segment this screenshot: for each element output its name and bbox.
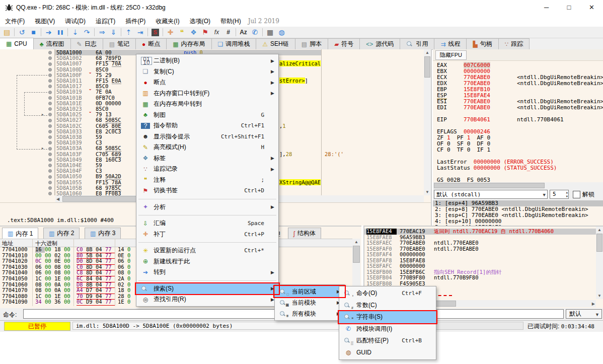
menu-item-set-new-origin[interactable]: ✳设置新的运行点Ctrl+*: [136, 245, 278, 256]
stack-row[interactable]: 15E8FB04770B9F80ntdll.770B9F80: [364, 275, 603, 281]
step-over-button[interactable]: ↷: [81, 27, 93, 38]
register-line[interactable]: CF 0 TF 0 IF 1: [437, 147, 601, 153]
scroll-right-icon[interactable]: ▶: [592, 302, 595, 306]
stack-row[interactable]: 15E8FAE4770EAC19返回到 ntdll.770EAC19 自 ntd…: [364, 229, 603, 235]
scylla-button[interactable]: S: [149, 27, 161, 38]
minimize-button[interactable]: ─: [535, 0, 558, 15]
stack-row[interactable]: 15E8FAFC00000000: [364, 263, 603, 269]
breakpoint-dot-icon[interactable]: [48, 158, 52, 162]
disasm-vscrollbar[interactable]: ▲ ▼: [424, 49, 431, 195]
scroll-down-icon[interactable]: ▼: [424, 190, 431, 194]
function-fx-button[interactable]: fx: [211, 27, 222, 38]
menu-item-trace-record[interactable]: ∵追踪记录▶: [136, 164, 278, 175]
tab-graph[interactable]: ♣流程图: [33, 38, 71, 49]
breakpoint-dot-icon[interactable]: [48, 62, 52, 66]
tab-dump-1[interactable]: ▥内存 1: [2, 228, 38, 239]
breakpoint-dot-icon[interactable]: [48, 107, 52, 111]
tab-breakpoints[interactable]: ●断点: [135, 38, 167, 49]
pause-button[interactable]: ❚❚: [54, 27, 66, 38]
menubar-item[interactable]: 文件(F): [0, 15, 30, 27]
calculator-button[interactable]: ▦: [264, 27, 276, 38]
globe-button[interactable]: ◍: [276, 27, 287, 38]
menu-item-analysis[interactable]: ✦分析▶: [136, 202, 278, 213]
menu-item-label[interactable]: ❖标签▶: [136, 153, 278, 164]
menu-item-highlighting-mode[interactable]: ✎高亮模式(H)H: [136, 142, 278, 153]
command-combobox[interactable]: 默认▼: [566, 309, 602, 319]
submenu-item-intermodular-calls[interactable]: ✆跨模块调用(I): [339, 323, 436, 335]
restart-button[interactable]: ↺: [16, 27, 28, 38]
breakpoint-dot-icon[interactable]: [48, 102, 52, 105]
menu-item-graph[interactable]: ♣制图G: [136, 110, 278, 121]
register-line[interactable]: LastStatus 00000000 (STATUS_SUCCESS): [437, 165, 601, 171]
bookmarks-button[interactable]: ⚑: [199, 27, 211, 38]
patch-button[interactable]: ✚: [165, 27, 176, 38]
breakpoint-dot-icon[interactable]: [48, 164, 52, 167]
submenu-item-guid[interactable]: ◍GUID: [339, 347, 436, 359]
breakpoint-dot-icon[interactable]: [48, 79, 52, 83]
menu-item-goto[interactable]: ➔转到▶: [136, 267, 278, 278]
scroll-thumb[interactable]: [424, 56, 430, 78]
scroll-down-icon[interactable]: ▼: [596, 294, 603, 298]
scroll-up-icon[interactable]: ▲: [596, 228, 603, 232]
tab-log[interactable]: ✎日志: [70, 38, 103, 49]
menu-item-follow-in-dump[interactable]: ▥在内存窗口中转到(F)▶: [136, 88, 278, 99]
breakpoint-dot-icon[interactable]: [48, 135, 52, 139]
breakpoint-dot-icon[interactable]: [48, 96, 52, 100]
unlock-checkbox[interactable]: [573, 191, 580, 198]
tab-dump-2[interactable]: ▥内存 2: [43, 228, 80, 239]
close-button[interactable]: ✕: [580, 0, 603, 15]
tab-source[interactable]: <>源代码: [359, 38, 400, 49]
menubar-item[interactable]: 追踪(T): [91, 15, 120, 27]
tab-cpu[interactable]: ▦CPU: [0, 38, 34, 49]
submenu-item-pattern[interactable]: ▒匹配特征(P)Ctrl+B: [339, 335, 436, 347]
menubar-item[interactable]: 收藏夹(I): [150, 15, 184, 27]
breakpoint-dot-icon[interactable]: [48, 153, 52, 156]
menu-item-search[interactable]: 搜索(S)▶: [136, 283, 278, 295]
menubar-item[interactable]: 插件(P): [120, 15, 150, 27]
open-file-button[interactable]: ▤: [1, 27, 13, 38]
scroll-thumb[interactable]: [353, 246, 360, 263]
tab-handles[interactable]: ▙句柄: [466, 38, 498, 49]
breakpoint-dot-icon[interactable]: [48, 74, 52, 77]
menu-item-follow-in-memory-map[interactable]: ▦在内存布局中转到: [136, 99, 278, 110]
execute-till-return-button[interactable]: ⇒: [96, 27, 108, 38]
submenu-item-current-region[interactable]: □当前区域▶: [275, 286, 344, 297]
submenu-item-current-module[interactable]: ▣当前模块▶: [275, 297, 344, 308]
menu-item-instruction-help[interactable]: ?指令帮助Ctrl+F1: [136, 120, 278, 131]
breakpoint-dot-icon[interactable]: [48, 51, 52, 54]
maximize-button[interactable]: □: [558, 0, 580, 15]
breakpoint-dot-icon[interactable]: [48, 141, 52, 144]
menubar-item[interactable]: 视图(V): [30, 15, 60, 27]
submenu-item-constant[interactable]: #常数(C): [339, 300, 436, 312]
attach-button[interactable]: ⇥: [134, 27, 146, 38]
stack-row[interactable]: 15E8FAEC770EABE0ntdll.770EABE0: [364, 240, 603, 246]
register-line[interactable]: EIP 770B4061 ntdll.770B4061: [437, 117, 601, 123]
menu-item-copy[interactable]: ❏复制(C)▶: [136, 66, 278, 78]
tab-threads[interactable]: ⇉线程: [434, 38, 467, 49]
menu-item-patch[interactable]: ✚补丁Ctrl+P: [136, 229, 278, 240]
menubar-item[interactable]: 选项(O): [185, 15, 215, 27]
breakpoint-dot-icon[interactable]: [48, 113, 52, 116]
breakpoint-dot-icon[interactable]: [48, 181, 52, 184]
breakpoint-dot-icon[interactable]: [48, 91, 52, 94]
registers-hscrollbar[interactable]: [433, 182, 603, 189]
scroll-left-icon[interactable]: ◀: [56, 197, 59, 201]
breakpoint-dot-icon[interactable]: [48, 119, 52, 122]
submenu-item-all-modules[interactable]: ✳所有模块▶: [275, 308, 344, 319]
scroll-up-icon[interactable]: ▲: [424, 50, 431, 55]
menu-item-toggle-bookmark[interactable]: ⚑切换书签Ctrl+D: [136, 185, 278, 196]
register-line[interactable]: EDI 770EABE0 <ntdll.DbgUiRemoteBreakin>: [437, 105, 601, 111]
tab-struct[interactable]: ʃ 结构体: [288, 228, 321, 239]
submenu-item-command[interactable]: ›命令(O)Ctrl+F: [339, 287, 436, 300]
menubar-item[interactable]: 帮助(H): [215, 15, 246, 27]
stop-button[interactable]: ■: [28, 27, 39, 38]
tab-references[interactable]: 引用: [400, 38, 434, 49]
scroll-up-icon[interactable]: ▲: [352, 240, 360, 244]
stack-row[interactable]: 15E8FAF400000000: [364, 252, 603, 258]
breakpoint-dot-icon[interactable]: [48, 192, 52, 195]
phone-modules-button[interactable]: ✆: [249, 27, 261, 38]
breakpoint-dot-icon[interactable]: [48, 130, 52, 133]
breakpoint-dot-icon[interactable]: [48, 147, 52, 151]
hide-fpu-button[interactable]: 隐藏FPU: [435, 50, 467, 60]
menu-item-breakpoint[interactable]: ●断点▶: [136, 77, 278, 88]
